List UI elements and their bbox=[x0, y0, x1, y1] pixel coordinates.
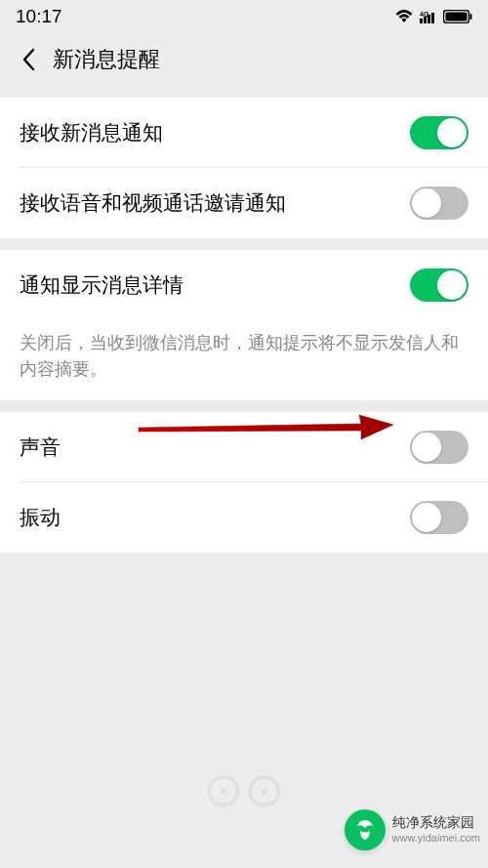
setting-label: 接收语音和视频通话邀请通知 bbox=[20, 189, 286, 216]
watermark-logo-icon bbox=[345, 809, 386, 850]
toggle-show-details[interactable] bbox=[410, 269, 468, 302]
setting-row-show-details[interactable]: 通知显示消息详情 bbox=[0, 250, 488, 320]
svg-rect-4 bbox=[431, 13, 434, 23]
svg-rect-1 bbox=[420, 19, 423, 23]
wifi-icon bbox=[394, 9, 414, 24]
status-bar: 10:17 4G bbox=[0, 0, 488, 33]
chevron-left-icon bbox=[21, 48, 35, 71]
toggle-vibrate[interactable] bbox=[410, 501, 468, 534]
status-icons: 4G bbox=[394, 9, 472, 24]
setting-label: 接收新消息通知 bbox=[20, 119, 163, 145]
watermark-text: 纯净系统家园 www.yidaimei.com bbox=[392, 814, 480, 845]
setting-label: 通知显示消息详情 bbox=[20, 271, 183, 298]
toggle-new-msg-notify[interactable] bbox=[410, 116, 468, 149]
section-divider bbox=[0, 400, 488, 412]
page-title: 新消息提醒 bbox=[53, 45, 160, 74]
toggle-voice-video-notify[interactable] bbox=[410, 186, 468, 220]
watermark: 纯净系统家园 www.yidaimei.com bbox=[345, 809, 480, 850]
faint-watermark: ⊙⊙ bbox=[203, 762, 285, 818]
back-button[interactable] bbox=[14, 45, 43, 74]
setting-row-voice-video-notify[interactable]: 接收语音和视频通话邀请通知 bbox=[0, 168, 488, 238]
toggle-sound[interactable] bbox=[410, 431, 468, 464]
section-divider bbox=[0, 238, 488, 250]
svg-rect-2 bbox=[424, 17, 427, 23]
status-time: 10:17 bbox=[16, 6, 62, 27]
svg-rect-3 bbox=[427, 15, 430, 23]
section-divider bbox=[0, 86, 488, 98]
setting-row-new-msg-notify[interactable]: 接收新消息通知 bbox=[0, 98, 488, 168]
setting-label: 振动 bbox=[20, 504, 61, 530]
setting-row-sound[interactable]: 声音 bbox=[0, 412, 488, 482]
signal-icon: 4G bbox=[420, 10, 437, 23]
setting-description: 关闭后，当收到微信消息时，通知提示将不显示发信人和内容摘要。 bbox=[0, 320, 488, 400]
page-header: 新消息提醒 bbox=[0, 33, 488, 86]
svg-rect-6 bbox=[446, 13, 468, 21]
watermark-brand: 纯净系统家园 bbox=[392, 814, 480, 832]
battery-icon bbox=[443, 10, 472, 23]
svg-rect-7 bbox=[470, 14, 472, 20]
setting-row-vibrate[interactable]: 振动 bbox=[0, 482, 488, 553]
watermark-url: www.yidaimei.com bbox=[392, 832, 480, 846]
setting-label: 声音 bbox=[20, 434, 61, 460]
